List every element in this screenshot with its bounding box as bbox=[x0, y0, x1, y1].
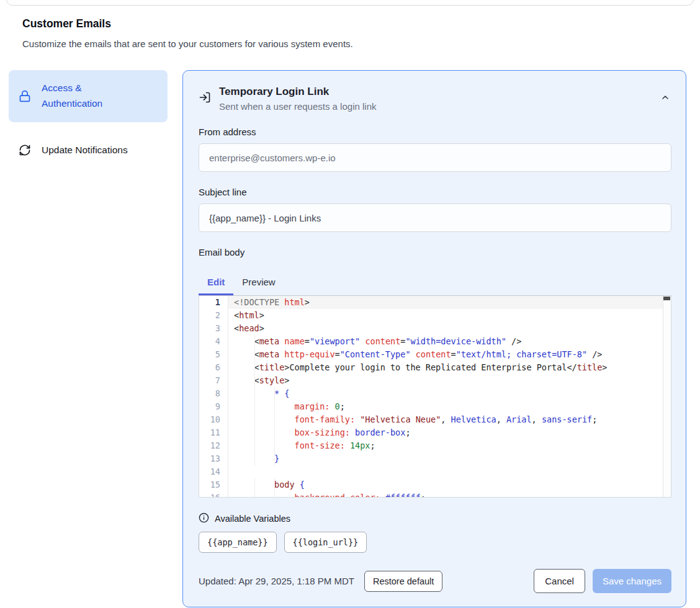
page-subtitle: Customize the emails that are sent to yo… bbox=[22, 38, 678, 49]
updated-timestamp: Updated: Apr 29, 2025, 1:18 PM MDT bbox=[199, 576, 354, 586]
code-line[interactable]: 9 margin: 0; bbox=[199, 400, 671, 413]
scrollbar-thumb[interactable] bbox=[663, 297, 670, 300]
code-line-content: body { bbox=[228, 478, 671, 491]
code-line[interactable]: 5 <meta http-equiv="Content-Type" conten… bbox=[199, 348, 671, 361]
code-line-content: <html> bbox=[228, 309, 671, 322]
code-line-content: margin: 0; bbox=[228, 400, 671, 413]
variable-chip-app_name[interactable]: {{app_name}} bbox=[199, 532, 277, 553]
editor-lines: 1<!DOCTYPE html>2<html>3<head>4 <meta na… bbox=[199, 296, 671, 498]
sidebar: Access & AuthenticationUpdate Notificati… bbox=[9, 70, 168, 168]
from-address-input[interactable] bbox=[199, 143, 671, 172]
previous-card-bottom-edge bbox=[6, 0, 694, 6]
email-settings-card: Temporary Login Link Sent when a user re… bbox=[182, 70, 686, 607]
code-line[interactable]: 7 <style> bbox=[199, 374, 671, 387]
refresh-icon bbox=[19, 144, 31, 156]
variable-chips: {{app_name}}{{login_url}} bbox=[199, 532, 671, 553]
page-title: Customer Emails bbox=[22, 17, 678, 30]
subject-line-label: Subject line bbox=[199, 187, 671, 197]
code-line[interactable]: 2<html> bbox=[199, 309, 671, 322]
code-line-content: <head> bbox=[228, 322, 671, 335]
line-number: 2 bbox=[199, 309, 228, 322]
tab-edit[interactable]: Edit bbox=[199, 271, 233, 295]
line-number: 4 bbox=[199, 335, 228, 348]
code-line-content: <meta name="viewport" content="width=dev… bbox=[228, 335, 671, 348]
cancel-button[interactable]: Cancel bbox=[534, 569, 585, 593]
code-line-content: <title>Complete your login to the Replic… bbox=[228, 361, 671, 374]
line-number: 13 bbox=[199, 452, 228, 465]
line-number: 3 bbox=[199, 322, 228, 335]
code-line[interactable]: 6 <title>Complete your login to the Repl… bbox=[199, 361, 671, 374]
code-line[interactable]: 15 body { bbox=[199, 478, 671, 491]
login-icon bbox=[199, 91, 211, 104]
code-line[interactable]: 11 box-sizing: border-box; bbox=[199, 426, 671, 439]
code-line[interactable]: 12 font-size: 14px; bbox=[199, 439, 671, 452]
line-number: 15 bbox=[199, 478, 228, 491]
line-number: 16 bbox=[199, 491, 228, 498]
card-footer: Updated: Apr 29, 2025, 1:18 PM MDT Resto… bbox=[199, 569, 671, 593]
line-number: 10 bbox=[199, 413, 228, 426]
card-title: Temporary Login Link bbox=[219, 86, 376, 98]
sidebar-item-label: Access & Authentication bbox=[42, 81, 128, 112]
code-line[interactable]: 14 bbox=[199, 465, 671, 478]
card-subtitle: Sent when a user requests a login link bbox=[219, 101, 376, 112]
line-number: 9 bbox=[199, 400, 228, 413]
variable-chip-login_url[interactable]: {{login_url}} bbox=[284, 532, 367, 553]
code-line-content: <style> bbox=[228, 374, 671, 387]
line-number: 14 bbox=[199, 465, 228, 478]
sidebar-item-update-notifications[interactable]: Update Notifications bbox=[9, 132, 168, 169]
code-line-content: * { bbox=[228, 387, 671, 400]
code-line-content: box-sizing: border-box; bbox=[228, 426, 671, 439]
code-line-content: font-size: 14px; bbox=[228, 439, 671, 452]
chevron-up-icon bbox=[660, 92, 670, 104]
code-line-content: background-color: #ffffff; bbox=[228, 491, 671, 498]
code-line[interactable]: 13 } bbox=[199, 452, 671, 465]
code-line-content: <meta http-equiv="Content-Type" content=… bbox=[228, 348, 671, 361]
page-header: Customer Emails Customize the emails tha… bbox=[0, 0, 700, 49]
code-editor[interactable]: 1<!DOCTYPE html>2<html>3<head>4 <meta na… bbox=[199, 295, 671, 498]
code-line-content bbox=[228, 465, 671, 478]
code-line[interactable]: 16 background-color: #ffffff; bbox=[199, 491, 671, 498]
code-line[interactable]: 3<head> bbox=[199, 322, 671, 335]
email-body-label: Email body bbox=[199, 247, 671, 257]
editor-scrollbar[interactable] bbox=[663, 296, 671, 497]
info-icon bbox=[199, 512, 209, 525]
line-number: 5 bbox=[199, 348, 228, 361]
from-address-label: From address bbox=[199, 127, 671, 137]
code-line[interactable]: 4 <meta name="viewport" content="width=d… bbox=[199, 335, 671, 348]
collapse-button[interactable] bbox=[659, 91, 671, 105]
line-number: 7 bbox=[199, 374, 228, 387]
code-line-content: font-family: "Helvetica Neue", Helvetica… bbox=[228, 413, 671, 426]
sidebar-item-label: Update Notifications bbox=[42, 143, 128, 158]
save-changes-button[interactable]: Save changes bbox=[593, 569, 671, 593]
line-number: 1 bbox=[199, 296, 228, 309]
line-number: 11 bbox=[199, 426, 228, 439]
subject-line-input[interactable] bbox=[199, 203, 671, 232]
available-variables-label: Available Variables bbox=[215, 514, 290, 524]
code-line-content: <!DOCTYPE html> bbox=[228, 296, 671, 309]
restore-default-button[interactable]: Restore default bbox=[364, 571, 442, 592]
editor-tabs: EditPreview bbox=[199, 271, 671, 295]
code-line[interactable]: 10 font-family: "Helvetica Neue", Helvet… bbox=[199, 413, 671, 426]
code-line[interactable]: 1<!DOCTYPE html> bbox=[199, 296, 671, 309]
line-number: 8 bbox=[199, 387, 228, 400]
sidebar-item-access-authentication[interactable]: Access & Authentication bbox=[9, 70, 168, 122]
card-header: Temporary Login Link Sent when a user re… bbox=[199, 86, 671, 112]
lock-icon bbox=[19, 90, 31, 102]
line-number: 12 bbox=[199, 439, 228, 452]
line-number: 6 bbox=[199, 361, 228, 374]
code-line[interactable]: 8 * { bbox=[199, 387, 671, 400]
tab-preview[interactable]: Preview bbox=[233, 271, 284, 295]
code-line-content: } bbox=[228, 452, 671, 465]
